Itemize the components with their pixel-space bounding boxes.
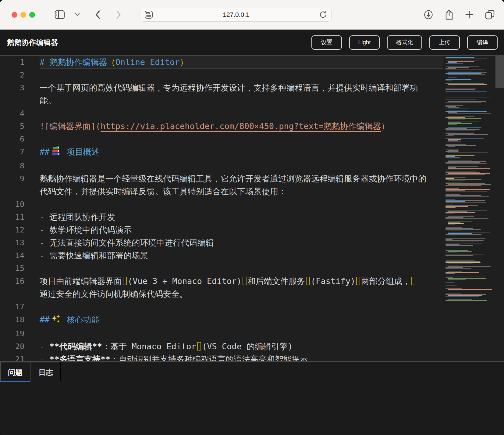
code-text: 项目概述	[62, 147, 100, 156]
unicode-highlight-box	[411, 277, 415, 285]
editor-line[interactable]: 12-教学环境中的代码演示	[0, 224, 443, 236]
zoom-window-button[interactable]	[29, 12, 35, 18]
url-text: 127.0.0.1	[153, 11, 319, 18]
line-number: 13	[0, 236, 24, 249]
code-text: ：自动识别并支持多种编程语言的语法高亮和智能提示	[110, 354, 308, 361]
line-number: 3	[0, 81, 24, 107]
editor-line[interactable]: 5![编辑器界面](https://via.placeholder.com/80…	[0, 120, 443, 133]
editor-line[interactable]: 14-需要快速编辑和部署的场景	[0, 249, 443, 262]
back-button[interactable]	[94, 9, 102, 20]
format-button[interactable]: 格式化	[387, 35, 422, 50]
plus-icon	[465, 10, 474, 19]
line-number: 18	[0, 313, 24, 327]
code-text: -	[40, 225, 44, 235]
editor-line[interactable]: 9鹅鹅协作编辑器是一个轻量级在线代码编辑工具，它允许开发者通过浏览器远程编辑服务…	[0, 172, 443, 198]
code-text: 无法直接访问文件系统的环境中进行代码编辑	[49, 238, 214, 247]
editor-line[interactable]: 20-**代码编辑**：基于 Monaco Editor(VS Code 的编辑…	[0, 340, 443, 353]
minimize-window-button[interactable]	[20, 12, 26, 18]
line-number: 1	[0, 56, 24, 69]
app-header: 鹅鹅协作编辑器 设置Light格式化上传编译	[0, 30, 504, 56]
editor-line[interactable]: 16项目由前端编辑器界面(Vue 3 + Monaco Editor)和后端文件…	[0, 275, 443, 300]
editor-line[interactable]: 7## 项目概述	[0, 146, 443, 160]
unicode-highlight-box	[306, 277, 310, 285]
line-number: 12	[0, 224, 24, 236]
line-number: 8	[0, 160, 24, 172]
code-text: -	[40, 212, 44, 222]
reload-button[interactable]	[319, 10, 327, 19]
editor-line[interactable]: 6	[0, 133, 443, 146]
line-number: 19	[0, 327, 24, 340]
unicode-highlight-box	[356, 277, 360, 285]
code-text: ##	[40, 147, 50, 156]
line-content: ![编辑器界面](https://via.placeholder.com/800…	[40, 120, 443, 133]
browser-window: 127.0.0.1	[0, 0, 504, 435]
editor-line[interactable]: 17	[0, 300, 443, 313]
editor-line[interactable]: 8	[0, 160, 443, 172]
line-content	[40, 262, 443, 275]
sidebar-dropdown-button[interactable]	[74, 13, 80, 17]
downloads-button[interactable]	[424, 10, 433, 20]
tab-overview-button[interactable]	[484, 9, 495, 20]
sidebar-icon	[54, 9, 66, 20]
line-number: 14	[0, 249, 24, 262]
editor-line[interactable]: 11-远程团队协作开发	[0, 211, 443, 224]
editor-line[interactable]: 19	[0, 327, 443, 340]
minimap[interactable]	[443, 56, 495, 361]
sidebar-toggle-button[interactable]	[54, 9, 66, 20]
code-text: # 鹅鹅协作编辑器	[40, 57, 107, 67]
editor-line[interactable]: 1# 鹅鹅协作编辑器（Online Editor）	[0, 56, 443, 69]
browser-toolbar: 127.0.0.1	[0, 0, 504, 30]
new-tab-button[interactable]	[465, 10, 474, 19]
line-content	[40, 107, 443, 120]
editor-line[interactable]: 18## 核心功能	[0, 313, 443, 327]
editor-line[interactable]: 21-**多语言支持**：自动识别并支持多种编程语言的语法高亮和智能提示	[0, 353, 443, 361]
chevron-right-icon	[115, 9, 122, 20]
close-window-button[interactable]	[12, 12, 17, 18]
editor-line[interactable]: 10	[0, 198, 443, 211]
page-settings-icon[interactable]	[144, 10, 153, 19]
unicode-highlight-box	[123, 277, 127, 285]
unicode-highlight-box	[243, 277, 247, 285]
editor-lines[interactable]: 1# 鹅鹅协作编辑器（Online Editor）23一个基于网页的高效代码编辑…	[0, 56, 443, 361]
editor-line[interactable]: 2	[0, 69, 443, 81]
forward-button[interactable]	[115, 9, 122, 20]
theme-toggle-button[interactable]: Light	[349, 35, 380, 50]
line-content: -无法直接访问文件系统的环境中进行代码编辑	[40, 236, 443, 249]
line-number: 20	[0, 340, 24, 353]
books-emoji	[51, 146, 61, 160]
editor-scrollbar[interactable]	[495, 56, 504, 361]
line-content: -**代码编辑**：基于 Monaco Editor(VS Code 的编辑引擎…	[40, 340, 443, 353]
line-number: 11	[0, 211, 24, 224]
code-text: ）	[381, 121, 389, 131]
chevron-left-icon	[94, 9, 102, 20]
editor-line[interactable]: 15	[0, 262, 443, 275]
code-text: 和后端文件服务	[247, 276, 305, 286]
code-text: （	[107, 57, 115, 67]
line-content: -远程团队协作开发	[40, 211, 443, 224]
editor-line[interactable]: 3一个基于网页的高效代码编辑器，专为远程协作开发设计，支持多种编程语言，并提供实…	[0, 81, 443, 107]
editor-line[interactable]: 4	[0, 107, 443, 120]
tab-logs[interactable]: 日志	[30, 362, 61, 382]
line-number: 16	[0, 275, 24, 300]
share-button[interactable]	[444, 9, 454, 20]
editor-line[interactable]: 13-无法直接访问文件系统的环境中进行代码编辑	[0, 236, 443, 249]
address-bar[interactable]: 127.0.0.1	[140, 8, 332, 22]
code-editor[interactable]: 1# 鹅鹅协作编辑器（Online Editor）23一个基于网页的高效代码编辑…	[0, 56, 504, 361]
code-text: ）	[180, 57, 188, 67]
compile-button[interactable]: 编译	[467, 35, 498, 50]
line-content	[40, 69, 443, 81]
panel-tabs: 问题日志	[0, 362, 504, 382]
unicode-highlight-box	[197, 342, 201, 351]
tab-problems[interactable]: 问题	[0, 362, 30, 382]
upload-button[interactable]: 上传	[429, 35, 460, 50]
settings-button[interactable]: 设置	[311, 35, 342, 50]
markdown-image-url[interactable]: https://via.placeholder.com/800×450.png?…	[101, 121, 381, 131]
line-content	[40, 300, 443, 313]
download-icon	[424, 10, 433, 20]
chevron-down-icon	[74, 13, 80, 17]
code-text: Online Editor	[115, 57, 180, 67]
code-text: 教学环境中的代码演示	[49, 225, 132, 235]
tabs-overview-icon	[484, 9, 495, 20]
scrollbar-thumb[interactable]	[495, 56, 504, 88]
line-number: 15	[0, 262, 24, 275]
